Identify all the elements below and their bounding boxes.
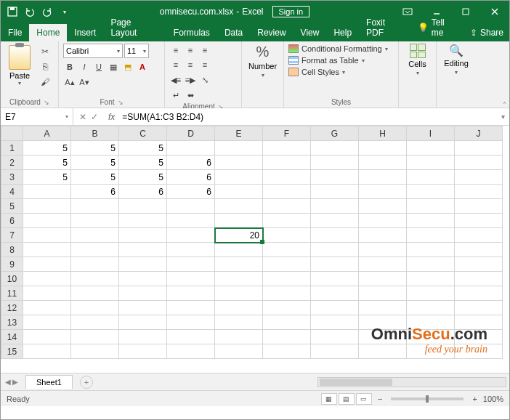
cell-D9[interactable] <box>167 257 215 272</box>
cell-G1[interactable] <box>311 141 359 156</box>
row-header-7[interactable]: 7 <box>1 228 23 243</box>
cell-J2[interactable] <box>455 156 503 170</box>
increase-indent-icon[interactable]: ≡▶ <box>184 73 197 86</box>
column-header-E[interactable]: E <box>215 126 263 141</box>
format-painter-icon[interactable]: 🖌 <box>37 76 53 89</box>
zoom-slider[interactable] <box>391 397 464 400</box>
cell-F1[interactable] <box>263 141 311 156</box>
clipboard-launcher-icon[interactable]: ↘ <box>44 99 49 106</box>
zoom-level-text[interactable]: 100% <box>483 395 503 403</box>
cell-I11[interactable] <box>407 286 455 301</box>
cell-F13[interactable] <box>263 315 311 330</box>
tab-insert[interactable]: Insert <box>67 24 103 41</box>
cell-G11[interactable] <box>311 286 359 301</box>
cell-C12[interactable] <box>119 301 167 315</box>
editing-button[interactable]: 🔍 Editing ▾ <box>441 44 471 76</box>
cell-H12[interactable] <box>359 301 407 315</box>
cell-H8[interactable] <box>359 243 407 257</box>
cell-B15[interactable] <box>71 344 119 359</box>
cell-D1[interactable] <box>167 141 215 156</box>
cut-icon[interactable]: ✂ <box>37 45 53 58</box>
cell-E8[interactable] <box>215 243 263 257</box>
cells-button[interactable]: Cells ▾ <box>403 44 432 76</box>
cell-E1[interactable] <box>215 141 263 156</box>
normal-view-icon[interactable]: ▦ <box>321 393 337 405</box>
cell-D5[interactable] <box>167 199 215 214</box>
cell-H3[interactable] <box>359 170 407 185</box>
cell-C3[interactable]: 5 <box>119 170 167 185</box>
cell-A8[interactable] <box>23 243 71 257</box>
cell-F9[interactable] <box>263 257 311 272</box>
cell-H4[interactable] <box>359 185 407 199</box>
page-layout-view-icon[interactable]: ▤ <box>339 393 355 405</box>
sheet-tab-sheet1[interactable]: Sheet1 <box>25 375 73 389</box>
collapse-ribbon-icon[interactable]: ˄ <box>503 101 506 109</box>
cell-F8[interactable] <box>263 243 311 257</box>
cell-C15[interactable] <box>119 344 167 359</box>
cell-F7[interactable] <box>263 228 311 243</box>
bold-button[interactable]: B <box>63 60 76 73</box>
cell-A9[interactable] <box>23 257 71 272</box>
cell-F6[interactable] <box>263 214 311 228</box>
cell-J10[interactable] <box>455 272 503 286</box>
wrap-text-icon[interactable]: ↵ <box>169 89 182 102</box>
cell-B4[interactable]: 6 <box>71 185 119 199</box>
row-header-4[interactable]: 4 <box>1 185 23 199</box>
column-header-J[interactable]: J <box>455 126 503 141</box>
cell-A3[interactable]: 5 <box>23 170 71 185</box>
cell-H7[interactable] <box>359 228 407 243</box>
cell-G12[interactable] <box>311 301 359 315</box>
cell-C13[interactable] <box>119 315 167 330</box>
fill-color-button[interactable]: ⬒ <box>121 60 134 73</box>
cell-A12[interactable] <box>23 301 71 315</box>
cell-F14[interactable] <box>263 330 311 344</box>
decrease-indent-icon[interactable]: ◀≡ <box>169 73 182 86</box>
cell-A7[interactable] <box>23 228 71 243</box>
underline-button[interactable]: U <box>92 60 105 73</box>
sheet-nav-prev-icon[interactable]: ◀ <box>5 378 11 386</box>
merge-center-icon[interactable]: ⬌ <box>184 89 197 102</box>
cell-H2[interactable] <box>359 156 407 170</box>
editing-dropdown-icon[interactable]: ▾ <box>455 69 458 76</box>
column-header-F[interactable]: F <box>263 126 311 141</box>
cell-G10[interactable] <box>311 272 359 286</box>
cell-H10[interactable] <box>359 272 407 286</box>
cell-J3[interactable] <box>455 170 503 185</box>
row-header-3[interactable]: 3 <box>1 170 23 185</box>
cell-C7[interactable] <box>119 228 167 243</box>
cell-A5[interactable] <box>23 199 71 214</box>
name-box[interactable]: E7▾ <box>1 108 73 125</box>
select-all-corner[interactable] <box>1 126 23 141</box>
cell-C11[interactable] <box>119 286 167 301</box>
decrease-font-icon[interactable]: A▾ <box>78 76 91 89</box>
row-header-12[interactable]: 12 <box>1 301 23 315</box>
cell-J9[interactable] <box>455 257 503 272</box>
cells-dropdown-icon[interactable]: ▾ <box>416 70 419 76</box>
italic-button[interactable]: I <box>78 60 91 73</box>
enter-formula-icon[interactable]: ✓ <box>91 112 98 122</box>
font-name-combo[interactable]: Calibri▾ <box>63 44 123 58</box>
cell-D6[interactable] <box>167 214 215 228</box>
tab-review[interactable]: Review <box>250 24 293 41</box>
format-as-table-button[interactable]: Format as Table▾ <box>288 55 388 65</box>
cancel-formula-icon[interactable]: ✕ <box>79 112 86 122</box>
cell-J8[interactable] <box>455 243 503 257</box>
cell-D7[interactable] <box>167 228 215 243</box>
font-color-button[interactable]: A <box>136 60 149 73</box>
cell-J7[interactable] <box>455 228 503 243</box>
cell-A10[interactable] <box>23 272 71 286</box>
cell-D15[interactable] <box>167 344 215 359</box>
undo-icon[interactable] <box>23 4 37 19</box>
cell-G15[interactable] <box>311 344 359 359</box>
row-header-1[interactable]: 1 <box>1 141 23 156</box>
column-header-B[interactable]: B <box>71 126 119 141</box>
tab-page-layout[interactable]: Page Layout <box>103 14 166 41</box>
tab-data[interactable]: Data <box>217 24 250 41</box>
zoom-out-button[interactable]: − <box>378 395 382 403</box>
cell-F5[interactable] <box>263 199 311 214</box>
cell-F10[interactable] <box>263 272 311 286</box>
align-middle-icon[interactable]: ≡ <box>184 44 197 57</box>
horizontal-scrollbar[interactable] <box>317 377 506 387</box>
fx-icon[interactable]: fx <box>104 112 119 122</box>
cell-E9[interactable] <box>215 257 263 272</box>
